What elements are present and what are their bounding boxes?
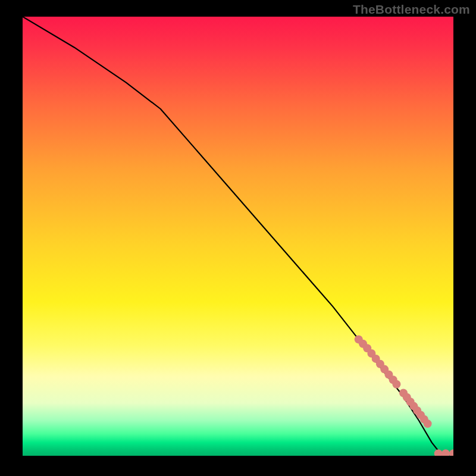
chart-container: TheBottleneck.com [0, 0, 476, 476]
marker-dot [434, 449, 443, 456]
marker-dot [449, 449, 453, 456]
chart-markers [355, 335, 453, 456]
watermark-text: TheBottleneck.com [353, 2, 470, 17]
plot-area [23, 17, 453, 456]
marker-dot [392, 380, 400, 389]
marker-dot [441, 449, 450, 456]
chart-svg [23, 17, 453, 456]
chart-line [23, 17, 453, 453]
marker-dot [424, 419, 432, 428]
